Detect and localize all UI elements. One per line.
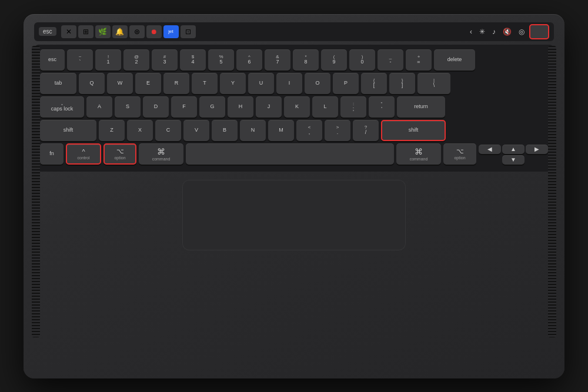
key-r[interactable]: R [163, 73, 189, 94]
key-l[interactable]: L [312, 96, 338, 118]
tb-icon-x[interactable]: ✕ [61, 25, 76, 38]
key-row-bottom: fn ^ control ⌥ option ⌘ command ⌘ comman… [40, 143, 548, 165]
key-row-zxcv: shift Z X C V B N M < , > . ? / shift [40, 120, 548, 141]
key-arrow-up[interactable]: ▲ [502, 145, 524, 154]
key-return[interactable]: return [397, 96, 445, 118]
power-button[interactable] [529, 24, 549, 39]
tb-icon-leaf[interactable]: 🌿 [95, 25, 111, 38]
key-tilde[interactable]: ~ ` [67, 49, 93, 71]
key-y[interactable]: Y [220, 73, 246, 94]
arrow-cluster: ◀ ▲ ▼ ▶ [479, 145, 548, 165]
key-shift-left[interactable]: shift [40, 120, 96, 141]
speaker-right [548, 46, 556, 337]
key-w[interactable]: W [107, 73, 133, 94]
key-i[interactable]: I [276, 73, 302, 94]
key-shift-right[interactable]: shift [381, 120, 446, 141]
key-3[interactable]: # 3 [152, 49, 178, 71]
key-caps-lock[interactable]: • caps lock [40, 96, 84, 118]
key-q[interactable]: Q [79, 73, 105, 94]
key-s[interactable]: S [115, 96, 141, 118]
key-row-asdf: • caps lock A S D F G H J K L : ; " ' re… [40, 96, 548, 118]
key-k[interactable]: K [284, 96, 310, 118]
key-fn[interactable]: fn [40, 143, 64, 165]
key-5[interactable]: % 5 [208, 49, 234, 71]
key-8[interactable]: * 8 [293, 49, 319, 71]
laptop-body: esc ✕ ⊞ 🌿 🔔 ⊛ ⏺ jet ⊡ ‹ ✳ ♪ 🔇 ◎ esc [24, 14, 564, 378]
key-x[interactable]: X [127, 120, 153, 141]
key-backslash[interactable]: | \ [417, 73, 450, 94]
key-delete[interactable]: delete [434, 49, 475, 71]
key-comma[interactable]: < , [296, 120, 322, 141]
key-h[interactable]: H [228, 96, 253, 118]
arrow-top-row: ◀ ▲ ▼ ▶ [479, 145, 548, 165]
touch-bar: esc ✕ ⊞ 🌿 🔔 ⊛ ⏺ jet ⊡ ‹ ✳ ♪ 🔇 ◎ [34, 22, 554, 41]
tb-icon-sq[interactable]: ⊡ [181, 25, 196, 38]
key-1[interactable]: ! 1 [95, 49, 121, 71]
key-row-numbers: esc ~ ` ! 1 @ 2 # 3 $ 4 % [40, 49, 548, 71]
key-7[interactable]: & 7 [265, 49, 290, 71]
key-tab[interactable]: tab [40, 73, 76, 94]
touchbar-esc[interactable]: esc [39, 27, 56, 36]
key-arrow-right[interactable]: ▶ [526, 145, 548, 154]
speaker-left [32, 46, 40, 337]
key-control[interactable]: ^ control [66, 143, 101, 165]
key-z[interactable]: Z [99, 120, 125, 141]
tb-volume-icon[interactable]: ♪ [490, 26, 498, 37]
touchbar-app-icons: ✕ ⊞ 🌿 🔔 ⊛ ⏺ jet ⊡ [61, 25, 465, 38]
key-quote[interactable]: " ' [369, 96, 395, 118]
key-command-right[interactable]: ⌘ command [396, 143, 441, 165]
keyboard: esc ~ ` ! 1 @ 2 # 3 $ 4 % [34, 45, 554, 172]
key-n[interactable]: N [240, 120, 266, 141]
key-row-qwerty: tab Q W E R T Y U I O P { [ } ] | \ [40, 73, 548, 94]
key-arrow-left[interactable]: ◀ [479, 145, 501, 154]
key-g[interactable]: G [199, 96, 225, 118]
key-space[interactable] [186, 143, 394, 165]
tb-siri-icon[interactable]: ◎ [516, 26, 527, 37]
key-command-left[interactable]: ⌘ command [139, 143, 183, 165]
key-a[interactable]: A [86, 96, 112, 118]
key-0[interactable]: ) 0 [349, 49, 375, 71]
tb-icon-circle[interactable]: ⊛ [129, 25, 145, 38]
key-v[interactable]: V [183, 120, 209, 141]
tb-mute-icon[interactable]: 🔇 [500, 26, 514, 37]
key-9[interactable]: ( 9 [321, 49, 347, 71]
key-t[interactable]: T [192, 73, 218, 94]
key-p[interactable]: P [333, 73, 359, 94]
key-arrow-down[interactable]: ▼ [502, 155, 524, 165]
key-option-right[interactable]: ⌥ option [443, 143, 476, 165]
touchbar-right: ‹ ✳ ♪ 🔇 ◎ [467, 24, 549, 39]
key-period[interactable]: > . [325, 120, 350, 141]
key-lbracket[interactable]: { [ [361, 73, 387, 94]
key-equals[interactable]: + = [406, 49, 432, 71]
key-option-left[interactable]: ⌥ option [103, 143, 136, 165]
key-c[interactable]: C [155, 120, 181, 141]
key-esc[interactable]: esc [40, 49, 65, 71]
key-m[interactable]: M [268, 120, 294, 141]
tb-icon-grid[interactable]: ⊞ [78, 25, 93, 38]
key-semicolon[interactable]: : ; [340, 96, 366, 118]
key-2[interactable]: @ 2 [123, 49, 149, 71]
tb-less-icon[interactable]: ‹ [467, 26, 475, 37]
key-e[interactable]: E [135, 73, 161, 94]
tb-icon-record[interactable]: ⏺ [146, 25, 162, 38]
key-j[interactable]: J [256, 96, 282, 118]
key-slash[interactable]: ? / [353, 120, 379, 141]
key-d[interactable]: D [143, 96, 169, 118]
key-o[interactable]: O [305, 73, 330, 94]
key-minus[interactable]: _ - [377, 49, 403, 71]
key-f[interactable]: F [171, 96, 197, 118]
tb-brightness-icon[interactable]: ✳ [477, 26, 487, 37]
key-rbracket[interactable]: } ] [389, 73, 415, 94]
tb-icon-bell[interactable]: 🔔 [112, 25, 128, 38]
key-4[interactable]: $ 4 [180, 49, 206, 71]
trackpad[interactable] [182, 180, 406, 250]
key-u[interactable]: U [248, 73, 274, 94]
key-6[interactable]: ^ 6 [236, 49, 262, 71]
tb-icon-jet[interactable]: jet [163, 25, 179, 38]
key-b[interactable]: B [212, 120, 238, 141]
